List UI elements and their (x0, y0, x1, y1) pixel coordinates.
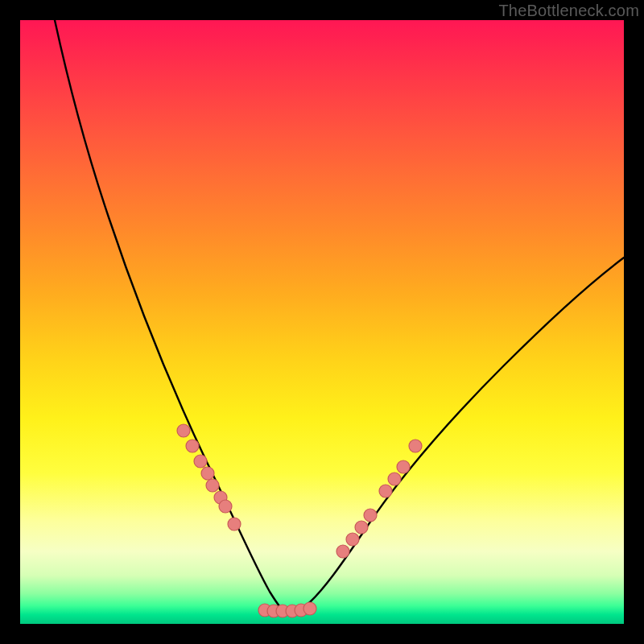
chart-plot-area (20, 20, 624, 624)
dot (201, 467, 214, 480)
dots-trough-group (258, 602, 316, 617)
curve-line (55, 20, 624, 611)
dot (346, 533, 359, 546)
dot (206, 479, 219, 492)
dot (194, 455, 207, 468)
dot (388, 473, 401, 485)
dot (379, 485, 392, 497)
dot (355, 521, 368, 534)
dot (397, 460, 410, 473)
dot (364, 509, 377, 522)
dot (409, 440, 422, 452)
dots-right-group (336, 440, 422, 558)
chart-frame: TheBottleneck.com (0, 0, 644, 644)
dot (228, 518, 241, 530)
dot (186, 440, 199, 452)
dot (177, 424, 190, 437)
watermark-text: TheBottleneck.com (498, 2, 639, 20)
dot (219, 500, 232, 513)
chart-overlay (20, 20, 624, 624)
dot (303, 602, 316, 615)
dot (336, 545, 349, 558)
